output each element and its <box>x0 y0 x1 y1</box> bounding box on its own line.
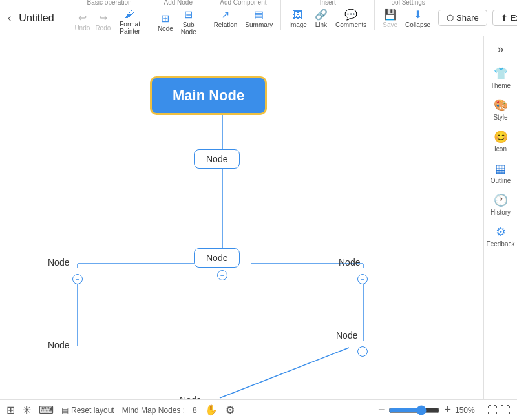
zoom-out-button[interactable]: − <box>378 403 385 417</box>
share-export-group: ⬡ Share ⬆ Export <box>438 10 517 26</box>
page-title: Untitled <box>19 12 58 24</box>
toolbar: Basic operation ↩ Undo ↪ Redo 🖌 Format P… <box>68 0 438 37</box>
relation-button[interactable]: ↗ Relation <box>211 7 240 30</box>
toolbar-group-settings: Tool Settings 💾 Save ⬇ Collapse <box>375 0 438 30</box>
history-label: History <box>491 209 511 216</box>
comments-label: Comments <box>335 21 366 28</box>
fit-screen-button[interactable]: ⛶ <box>487 404 498 416</box>
comments-button[interactable]: 💬 Comments <box>333 7 369 30</box>
style-label: Style <box>493 114 507 121</box>
undo-button[interactable]: ↩ Undo <box>73 10 91 33</box>
redo-button[interactable]: ↪ Redo <box>94 10 112 33</box>
save-button[interactable]: 💾 Save <box>380 7 400 30</box>
link-icon: 🔗 <box>315 8 328 21</box>
n2-collapse-dot[interactable]: − <box>217 270 227 280</box>
image-button[interactable]: 🖼 Image <box>286 8 310 30</box>
link-label: Link <box>315 21 327 28</box>
sub-node-button[interactable]: ⊟ Sub Node <box>177 7 200 37</box>
zoom-level: 150% <box>455 406 480 415</box>
sidebar-collapse-button[interactable]: » <box>494 40 506 59</box>
share-button[interactable]: ⬡ Share <box>438 10 487 26</box>
link-button[interactable]: 🔗 Link <box>312 7 330 30</box>
nodes-count: 8 <box>193 406 197 415</box>
sidebar-item-outline[interactable]: ▦ Outline <box>486 158 516 188</box>
toolbar-group-insert-items: 🖼 Image 🔗 Link 💬 Comments <box>286 7 369 30</box>
reset-layout-button[interactable]: ▤ Reset layout <box>61 406 114 415</box>
sub-node-label: Sub Node <box>180 21 198 36</box>
node-n5-label: Node <box>48 340 69 350</box>
node-n5[interactable]: Node <box>48 340 69 350</box>
node-n4[interactable]: Node <box>339 257 360 268</box>
summary-button[interactable]: ▤ Summary <box>242 7 275 30</box>
node-n7[interactable]: Node <box>180 395 201 399</box>
format-painter-button[interactable]: 🖌 Format Painter <box>114 7 145 36</box>
sidebar-item-icon[interactable]: 😊 Icon <box>486 126 516 156</box>
n6-collapse-dot[interactable]: − <box>357 346 368 357</box>
zoom-slider[interactable] <box>388 405 440 415</box>
icon-label: Icon <box>494 145 507 152</box>
back-button[interactable]: ‹ <box>5 11 14 25</box>
svg-line-8 <box>220 348 349 398</box>
sidebar-item-theme[interactable]: 👕 Theme <box>486 63 516 93</box>
format-painter-icon: 🖌 <box>125 8 135 20</box>
node-n1-label: Node <box>206 154 227 164</box>
node-n3-label: Node <box>48 257 69 268</box>
summary-label: Summary <box>245 21 273 28</box>
node-n6[interactable]: Node <box>336 330 357 341</box>
canvas[interactable]: Main Node Node Node − Node − Node − Node… <box>0 36 483 399</box>
comments-icon: 💬 <box>344 8 357 21</box>
sidebar-item-feedback[interactable]: ⚙ Feedback <box>486 221 516 251</box>
save-icon: 💾 <box>384 8 397 21</box>
node-n4-label: Node <box>339 257 360 268</box>
main-node[interactable]: Main Node <box>150 76 267 115</box>
node-button[interactable]: ⊞ Node <box>156 11 174 34</box>
toolbar-group-insert: Insert 🖼 Image 🔗 Link 💬 Comments <box>281 0 375 30</box>
outline-label: Outline <box>491 177 511 184</box>
fullscreen-button[interactable]: ⛶ <box>500 404 511 416</box>
toolbar-group-addnode-items: ⊞ Node ⊟ Sub Node <box>156 7 200 37</box>
sidebar-item-style[interactable]: 🎨 Style <box>486 94 516 125</box>
node-n3[interactable]: Node <box>48 257 69 268</box>
save-label: Save <box>383 21 397 28</box>
node-n1[interactable]: Node <box>194 149 240 169</box>
collapse-button[interactable]: ⬇ Collapse <box>403 7 433 30</box>
theme-label: Theme <box>491 82 511 89</box>
reset-layout-label: Reset layout <box>71 406 114 415</box>
node-n2-label: Node <box>206 253 227 263</box>
node-n2[interactable]: Node <box>194 248 240 268</box>
outline-icon: ▦ <box>495 162 506 176</box>
sidebar-item-history[interactable]: 🕐 History <box>486 189 516 220</box>
collapse-label: Collapse <box>405 21 430 28</box>
image-label: Image <box>289 21 307 28</box>
format-painter-label: Format Painter <box>117 21 143 35</box>
settings-icon[interactable]: ⚙ <box>226 404 235 416</box>
sub-node-icon: ⊟ <box>184 8 193 21</box>
toolbar-group-component-label: Add Component <box>220 0 266 6</box>
hand-icon[interactable]: ✋ <box>205 404 218 416</box>
toolbar-group-addnode-label: Add Node <box>164 0 192 6</box>
toolbar-group-insert-label: Insert <box>320 0 336 6</box>
toolbar-group-component-items: ↗ Relation ▤ Summary <box>211 7 276 30</box>
redo-icon: ↪ <box>99 12 107 24</box>
keyboard-icon[interactable]: ⌨ <box>39 404 54 416</box>
image-icon: 🖼 <box>293 9 303 21</box>
feedback-label: Feedback <box>487 240 515 247</box>
n4-collapse-dot[interactable]: − <box>357 274 368 284</box>
grid-icon[interactable]: ⊞ <box>6 404 15 416</box>
toolbar-group-settings-items: 💾 Save ⬇ Collapse <box>380 7 433 30</box>
zoom-in-button[interactable]: + <box>444 403 451 417</box>
export-button[interactable]: ⬆ Export <box>492 10 517 26</box>
export-label: Export <box>511 13 517 23</box>
node-n7-label: Node <box>180 395 201 399</box>
nav-arrows: ‹ <box>5 11 14 25</box>
right-sidebar: » 👕 Theme 🎨 Style 😊 Icon ▦ Outline 🕐 His… <box>483 36 517 399</box>
icon-icon: 😊 <box>494 130 508 144</box>
sun-icon[interactable]: ✳ <box>23 404 31 416</box>
node-n6-label: Node <box>336 330 357 341</box>
nodes-label: Mind Map Nodes : <box>122 406 185 415</box>
export-icon: ⬆ <box>501 13 508 23</box>
toolbar-group-settings-label: Tool Settings <box>388 0 425 6</box>
n3-collapse-dot[interactable]: − <box>72 274 83 284</box>
zoom-controls: − + 150% <box>378 403 480 417</box>
main-area: Main Node Node Node − Node − Node − Node… <box>0 36 517 399</box>
